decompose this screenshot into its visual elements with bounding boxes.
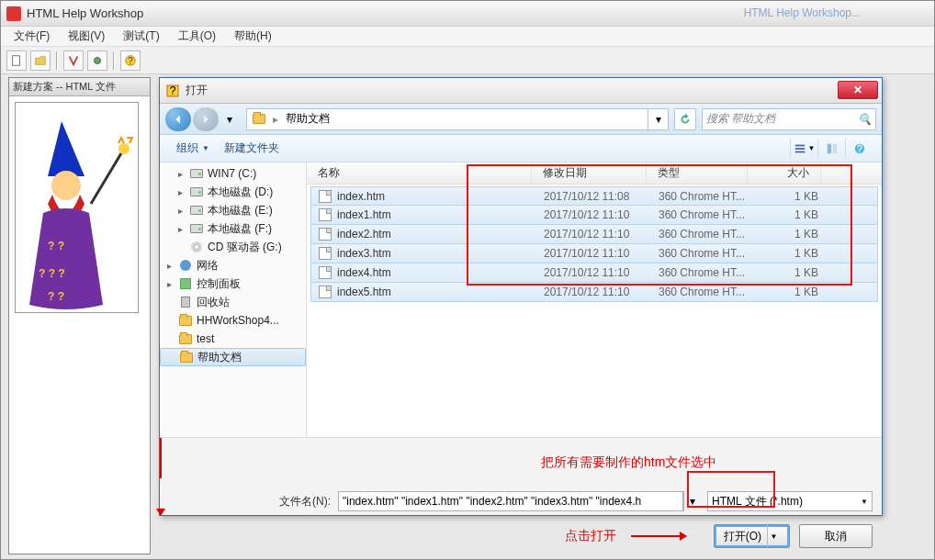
- file-row[interactable]: index2.htm2017/10/12 11:10360 Chrome HT.…: [310, 225, 878, 244]
- svg-point-1: [95, 57, 101, 63]
- svg-rect-17: [827, 143, 830, 153]
- main-menu: 文件(F) 视图(V) 测试(T) 工具(O) 帮助(H): [1, 27, 934, 47]
- open-button[interactable]: [30, 50, 51, 71]
- tree-item[interactable]: HHWorkShop4...: [160, 311, 306, 330]
- help-button[interactable]: ?: [120, 50, 141, 71]
- cancel-button[interactable]: 取消: [799, 524, 873, 548]
- breadcrumb-root-icon[interactable]: [247, 109, 271, 129]
- open-button[interactable]: 打开(O)▼: [714, 524, 790, 548]
- breadcrumb-folder[interactable]: 帮助文档: [280, 109, 335, 129]
- breadcrumb[interactable]: ▸ 帮助文档 ▾: [246, 108, 669, 130]
- svg-point-11: [118, 143, 130, 154]
- annotation-arrow-right: [631, 535, 686, 537]
- wizard-image: ? ? ? ? ? ? ?: [15, 102, 139, 313]
- refresh-button[interactable]: [674, 108, 696, 130]
- preview-pane-button[interactable]: [817, 139, 845, 159]
- app-title: HTML Help Workshop: [27, 6, 143, 20]
- annotation-select-all: 把所有需要制作的htm文件选中: [541, 454, 716, 471]
- annotation-click-open: 点击打开: [565, 528, 616, 544]
- file-row[interactable]: index4.htm2017/10/12 11:10360 Chrome HT.…: [310, 263, 878, 283]
- new-button[interactable]: [6, 50, 27, 71]
- svg-text:? ?: ? ?: [48, 290, 64, 303]
- header-date[interactable]: 修改日期: [532, 162, 647, 184]
- filename-drop[interactable]: ▾: [683, 491, 700, 511]
- filename-label: 文件名(N):: [279, 494, 331, 510]
- main-toolbar: ?: [1, 47, 934, 74]
- close-button[interactable]: ✕: [838, 81, 878, 99]
- compile-button[interactable]: [63, 50, 84, 71]
- tree-item[interactable]: 帮助文档: [160, 348, 306, 366]
- svg-text:?: ?: [857, 142, 862, 153]
- file-row[interactable]: index1.htm2017/10/12 11:10360 Chrome HT.…: [310, 206, 878, 225]
- new-folder-button[interactable]: 新建文件夹: [217, 135, 287, 162]
- separator: [113, 51, 115, 70]
- dialog-nav: ▾ ▸ 帮助文档 ▾ 搜索 帮助文档 🔍: [160, 104, 882, 135]
- search-placeholder: 搜索 帮助文档: [706, 111, 775, 127]
- menu-test[interactable]: 测试(T): [114, 28, 168, 44]
- wizard-title: 新建方案 -- HTML 文件: [9, 78, 150, 96]
- tree-item[interactable]: ▸本地磁盘 (F:): [160, 219, 306, 238]
- main-titlebar: HTML Help Workshop HTML Help Workshop...: [1, 1, 934, 27]
- organize-button[interactable]: 组织▼: [169, 135, 217, 162]
- dialog-titlebar[interactable]: ? 打开 ✕: [160, 78, 882, 104]
- file-headers[interactable]: 名称 修改日期 类型 大小: [307, 162, 882, 185]
- annotation-arrow-down: [160, 438, 162, 478]
- dialog-icon: ?: [165, 84, 180, 98]
- wizard-panel: ? ? ? ? ? ? ?: [9, 96, 150, 319]
- svg-text:? ?: ? ?: [48, 240, 64, 252]
- taskbar-hint: HTML Help Workshop...: [744, 6, 861, 19]
- file-row[interactable]: index3.htm2017/10/12 11:10360 Chrome HT.…: [310, 244, 878, 263]
- breadcrumb-drop[interactable]: ▾: [648, 109, 668, 129]
- svg-rect-14: [794, 144, 805, 146]
- tool-button[interactable]: [87, 50, 107, 71]
- tree-item[interactable]: ▸本地磁盘 (D:): [160, 183, 306, 201]
- wizard-window: 新建方案 -- HTML 文件 ? ? ? ? ? ? ?: [8, 77, 151, 554]
- separator: [56, 51, 58, 70]
- search-icon: 🔍: [858, 113, 872, 126]
- tree-item[interactable]: CD 驱动器 (G:): [160, 238, 306, 256]
- view-mode-button[interactable]: ▼: [790, 139, 817, 159]
- tree-item[interactable]: 回收站: [160, 293, 306, 311]
- tree-item[interactable]: test: [160, 330, 306, 348]
- open-dialog: ? 打开 ✕ ▾ ▸ 帮助文档 ▾ 搜索 帮助文档 🔍 组织▼ 新建文件夹 ▼ …: [159, 77, 883, 516]
- nav-history-drop[interactable]: ▾: [222, 115, 237, 124]
- file-row[interactable]: index5.htm2017/10/12 11:10360 Chrome HT.…: [310, 283, 878, 302]
- dialog-body: ▸WIN7 (C:)▸本地磁盘 (D:)▸本地磁盘 (E:)▸本地磁盘 (F:)…: [160, 162, 882, 438]
- header-name[interactable]: 名称: [307, 162, 532, 184]
- file-row[interactable]: index.htm2017/10/12 11:08360 Chrome HT..…: [310, 186, 878, 206]
- svg-rect-15: [794, 148, 805, 150]
- svg-rect-0: [13, 55, 20, 65]
- file-list[interactable]: 名称 修改日期 类型 大小 index.htm2017/10/12 11:083…: [307, 162, 882, 437]
- header-size[interactable]: 大小: [748, 162, 821, 184]
- menu-view[interactable]: 视图(V): [59, 28, 114, 44]
- svg-text:?: ?: [170, 84, 176, 97]
- menu-help[interactable]: 帮助(H): [225, 28, 281, 44]
- svg-rect-16: [794, 151, 805, 152]
- dialog-title: 打开: [186, 83, 208, 98]
- dialog-toolbar: 组织▼ 新建文件夹 ▼ ?: [160, 135, 882, 162]
- svg-point-6: [51, 171, 81, 200]
- app-icon: [6, 6, 21, 21]
- svg-text:?: ?: [128, 54, 133, 65]
- tree-item[interactable]: ▸控制面板: [160, 274, 306, 293]
- tree-item[interactable]: ▸网络: [160, 256, 306, 274]
- help-icon[interactable]: ?: [845, 139, 873, 159]
- nav-forward-button[interactable]: [193, 107, 219, 131]
- svg-rect-18: [832, 143, 836, 153]
- filename-input[interactable]: "index.htm" "index1.htm" "index2.htm" "i…: [338, 491, 683, 511]
- tree-item[interactable]: ▸WIN7 (C:): [160, 164, 306, 183]
- dialog-footer: 文件名(N): "index.htm" "index1.htm" "index2…: [160, 478, 882, 554]
- tree-item[interactable]: ▸本地磁盘 (E:): [160, 201, 306, 219]
- menu-file[interactable]: 文件(F): [5, 28, 59, 44]
- menu-tools[interactable]: 工具(O): [169, 28, 225, 44]
- filter-combo[interactable]: HTML 文件 (*.htm) ▼: [707, 491, 873, 511]
- header-type[interactable]: 类型: [647, 162, 748, 184]
- search-input[interactable]: 搜索 帮助文档 🔍: [702, 108, 876, 130]
- chevron-right-icon: ▸: [271, 113, 280, 126]
- nav-back-button[interactable]: [165, 107, 191, 131]
- folder-tree[interactable]: ▸WIN7 (C:)▸本地磁盘 (D:)▸本地磁盘 (E:)▸本地磁盘 (F:)…: [160, 162, 307, 437]
- svg-text:? ? ?: ? ? ?: [39, 267, 65, 280]
